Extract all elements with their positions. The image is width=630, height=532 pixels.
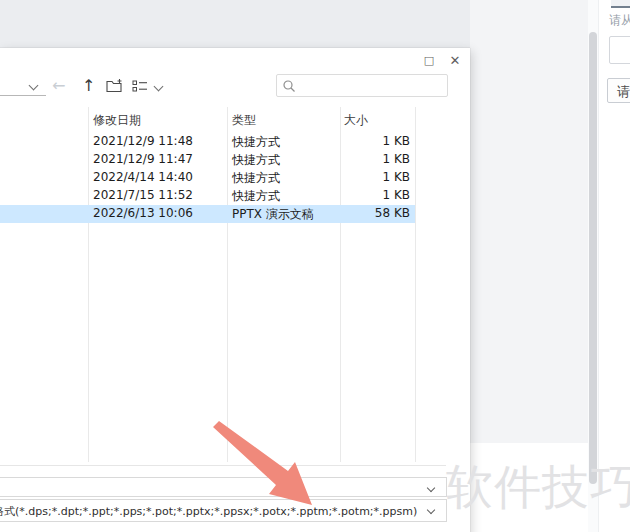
watermark-text: 软件技巧 (446, 456, 630, 519)
search-icon (282, 78, 296, 97)
cell-size: 1 KB (344, 134, 410, 148)
search-input[interactable] (299, 76, 443, 95)
search-box[interactable] (276, 74, 448, 97)
cell-size: 1 KB (344, 170, 410, 184)
up-arrow-icon[interactable]: ↑ (82, 74, 95, 98)
file-list-header: 修改日期 类型 大小 (0, 111, 446, 131)
address-chevron-down-icon[interactable] (29, 81, 39, 91)
filetype-chevron-icon[interactable] (427, 506, 435, 514)
cell-type: PPTX 演示文稿 (232, 206, 314, 223)
view-options-icon[interactable] (132, 78, 148, 97)
cell-date-modified: 2021/12/9 11:47 (93, 152, 193, 166)
cell-size: 1 KB (344, 188, 410, 202)
cell-type: 快捷方式 (232, 152, 280, 169)
panel-hint-text: 请从 (609, 12, 630, 29)
filename-combobox[interactable] (0, 477, 447, 497)
cell-type: 快捷方式 (232, 170, 280, 187)
table-row[interactable]: 2022/6/13 10:06 PPTX 演示文稿 58 KB (0, 205, 415, 223)
cell-size: 58 KB (344, 206, 410, 220)
header-date-modified[interactable]: 修改日期 (93, 112, 141, 129)
cell-date-modified: 2022/6/13 10:06 (93, 206, 193, 220)
file-list-body: 2021/12/9 11:48 快捷方式 1 KB 2021/12/9 11:4… (0, 133, 446, 223)
header-size[interactable]: 大小 (344, 112, 404, 129)
table-row[interactable]: 2022/4/14 14:40 快捷方式 1 KB (0, 169, 415, 187)
table-row[interactable]: 2021/12/9 11:47 快捷方式 1 KB (0, 151, 415, 169)
cell-date-modified: 2022/4/14 14:40 (93, 170, 193, 184)
filename-chevron-icon[interactable] (427, 484, 435, 492)
open-file-dialog: □ ✕ ← ↑ (0, 48, 470, 532)
cell-type: 快捷方式 (232, 134, 280, 151)
panel-button[interactable]: 请 (607, 78, 630, 103)
filetype-value: 格式(*.dps;*.dpt;*.ppt;*.pps;*.pot;*.pptx;… (0, 504, 417, 519)
page-background (470, 0, 588, 443)
cell-date-modified: 2021/12/9 11:48 (93, 134, 193, 148)
cell-date-modified: 2021/7/15 11:52 (93, 188, 193, 202)
close-button[interactable]: ✕ (444, 51, 466, 71)
maximize-button[interactable]: □ (418, 51, 440, 71)
new-folder-icon[interactable] (106, 78, 124, 97)
file-list: 修改日期 类型 大小 2021/12/9 11:48 快捷方式 1 KB 202… (0, 105, 446, 466)
dialog-titlebar[interactable]: □ ✕ (0, 48, 470, 74)
table-row[interactable]: 2021/12/9 11:48 快捷方式 1 KB (0, 133, 415, 151)
filetype-combobox[interactable]: 格式(*.dps;*.dpt;*.ppt;*.pps;*.pot;*.pptx;… (0, 499, 447, 522)
page-scrollbar-thumb[interactable] (589, 32, 597, 484)
table-row[interactable]: 2021/7/15 11:52 快捷方式 1 KB (0, 187, 415, 205)
view-options-chevron-icon[interactable] (154, 82, 164, 92)
right-side-panel: 请从 请 (598, 0, 630, 532)
back-arrow-icon[interactable]: ← (52, 74, 65, 98)
panel-top-fragment (611, 0, 630, 8)
address-combobox-edge[interactable] (0, 95, 46, 96)
cell-size: 1 KB (344, 152, 410, 166)
header-type[interactable]: 类型 (232, 112, 256, 129)
cell-type: 快捷方式 (232, 188, 280, 205)
dialog-toolbar: ← ↑ (0, 74, 470, 102)
panel-input[interactable] (609, 36, 630, 64)
